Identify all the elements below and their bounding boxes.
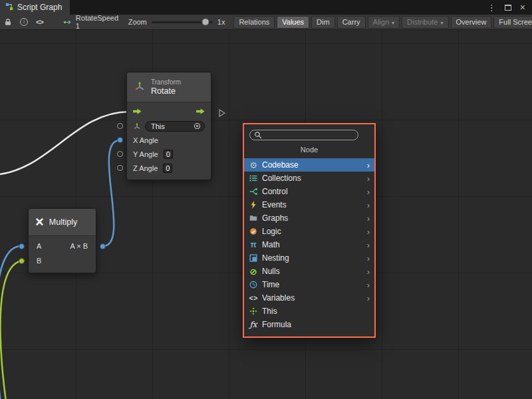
x-angle-port[interactable] (117, 137, 123, 143)
finder-item-variables[interactable]: <>Variables› (244, 291, 374, 305)
node-title: Multiply (49, 217, 77, 227)
a-row: A A × B (29, 239, 96, 253)
wire-multiply-to-x-angle[interactable] (103, 140, 120, 246)
toolbar-button-distribute[interactable]: Distribute▾ (402, 16, 448, 29)
z-angle-port[interactable] (117, 165, 123, 171)
logic-icon (249, 227, 258, 235)
fuzzy-finder: Node ⚙Codebase›Collections›Control›Event… (243, 123, 376, 338)
graph-asset-icon (59, 18, 76, 27)
toolbar-button-align[interactable]: Align▾ (368, 16, 400, 29)
y-angle-label: Y Angle (133, 150, 158, 158)
chevron-right-icon: › (367, 294, 370, 303)
finder-item-label: Codebase (262, 160, 299, 170)
close-icon[interactable]: × (520, 3, 525, 12)
y-angle-input[interactable]: 0 (164, 150, 173, 159)
nesting-icon (249, 254, 258, 262)
finder-item-math[interactable]: πMath› (244, 238, 374, 251)
info-icon[interactable]: i (16, 18, 32, 26)
wire-to-multiply-b[interactable] (0, 261, 24, 399)
z-angle-input[interactable]: 0 (163, 164, 172, 173)
a-port[interactable] (19, 243, 25, 249)
z-angle-label: Z Angle (133, 164, 158, 172)
finder-item-label: Formula (262, 320, 291, 329)
chevron-right-icon: › (367, 254, 370, 263)
tab-bar: Script Graph ⋮ × (0, 0, 532, 15)
lock-icon[interactable] (0, 18, 16, 26)
toolbar-button-values[interactable]: Values (277, 16, 309, 29)
toolbar-button-overview[interactable]: Overview (451, 16, 492, 29)
finder-item-formula[interactable]: ƒxFormula (244, 318, 374, 331)
finder-item-list: ⚙Codebase›Collections›Control›Events›Gra… (244, 158, 374, 331)
result-port[interactable] (100, 243, 106, 249)
flow-row (127, 105, 211, 119)
finder-item-control[interactable]: Control› (244, 185, 374, 198)
tab-title: Script Graph (17, 3, 62, 12)
y-angle-row: Y Angle 0 (127, 147, 211, 161)
finder-item-label: Nulls (262, 267, 280, 276)
chevron-right-icon: › (367, 267, 370, 276)
finder-item-label: Collections (262, 174, 301, 183)
toolbar-button-full-screen[interactable]: Full Screen (493, 16, 532, 29)
finder-header: Node (244, 146, 374, 154)
this-row: This (127, 119, 211, 133)
finder-search-input[interactable] (265, 131, 354, 139)
menu-icon[interactable]: ⋮ (487, 3, 496, 13)
this-port[interactable] (117, 123, 123, 129)
finder-item-time[interactable]: Time› (244, 278, 374, 291)
finder-item-events[interactable]: Events› (244, 198, 374, 211)
x-angle-row: X Angle (127, 133, 211, 147)
node-multiply[interactable]: × Multiply A A × B B (28, 208, 96, 273)
flow-connect-hint-icon[interactable] (219, 108, 225, 120)
node-category: Transform (151, 78, 181, 86)
finder-item-graphs[interactable]: Graphs› (244, 211, 374, 225)
finder-item-this[interactable]: This (244, 305, 374, 318)
chevron-right-icon: › (367, 201, 370, 209)
zoom-slider-handle[interactable] (201, 19, 209, 26)
toolbar-button-dim[interactable]: Dim (311, 16, 335, 29)
object-picker-icon[interactable] (194, 122, 201, 130)
this-icon (249, 307, 258, 315)
chevron-right-icon: › (367, 227, 370, 236)
chevron-right-icon: › (367, 214, 370, 223)
dropdown-arrow-icon: ▾ (392, 20, 394, 26)
graph-breadcrumb[interactable]: RotateSpeed 1 (76, 15, 119, 30)
code-view-icon[interactable]: <> (32, 18, 47, 26)
zoom-slider[interactable] (152, 21, 213, 23)
folder-icon (249, 214, 258, 222)
node-body: A A × B B (29, 236, 96, 273)
finder-search-box[interactable] (249, 130, 358, 140)
node-header[interactable]: Transform Rotate (127, 72, 211, 102)
toolbar-button-carry[interactable]: Carry (337, 16, 366, 29)
graph-canvas[interactable]: Transform Rotate (0, 30, 532, 399)
this-field-value: This (151, 122, 165, 130)
chevron-right-icon: › (367, 188, 370, 196)
finder-item-label: Events (262, 200, 287, 209)
graph-toolbar: i <> RotateSpeed 1 Zoom 1x RelationsValu… (0, 15, 532, 30)
finder-item-label: Math (262, 240, 280, 249)
b-port[interactable] (19, 258, 25, 264)
finder-item-collections[interactable]: Collections› (244, 172, 374, 185)
window-controls: ⋮ × (487, 0, 532, 15)
z-angle-row: Z Angle 0 (127, 161, 211, 175)
null-icon: ⊘ (249, 267, 258, 276)
finder-item-nulls[interactable]: ⊘Nulls› (244, 265, 374, 278)
b-label: B (37, 257, 41, 265)
node-body: This X Angle Y Angle 0 Z Angle 0 (127, 102, 211, 180)
zoom-label: Zoom (128, 18, 147, 26)
finder-item-label: This (262, 307, 277, 316)
finder-item-label: Graphs (262, 213, 288, 223)
y-angle-port[interactable] (117, 151, 123, 157)
node-rotate[interactable]: Transform Rotate (126, 72, 211, 180)
maximize-icon[interactable] (505, 5, 511, 11)
tab-script-graph[interactable]: Script Graph (0, 0, 70, 15)
finder-item-nesting[interactable]: Nesting› (244, 251, 374, 265)
flow-input-port[interactable] (133, 108, 142, 116)
finder-item-label: Control (262, 187, 288, 196)
flow-output-port[interactable] (196, 108, 205, 116)
node-header[interactable]: × Multiply (29, 209, 96, 236)
toolbar-button-relations[interactable]: Relations (233, 16, 275, 29)
finder-item-codebase[interactable]: ⚙Codebase› (244, 158, 374, 172)
finder-item-logic[interactable]: Logic› (244, 225, 374, 238)
this-object-field[interactable]: This (145, 121, 205, 132)
gear-icon: ⚙ (249, 161, 258, 170)
